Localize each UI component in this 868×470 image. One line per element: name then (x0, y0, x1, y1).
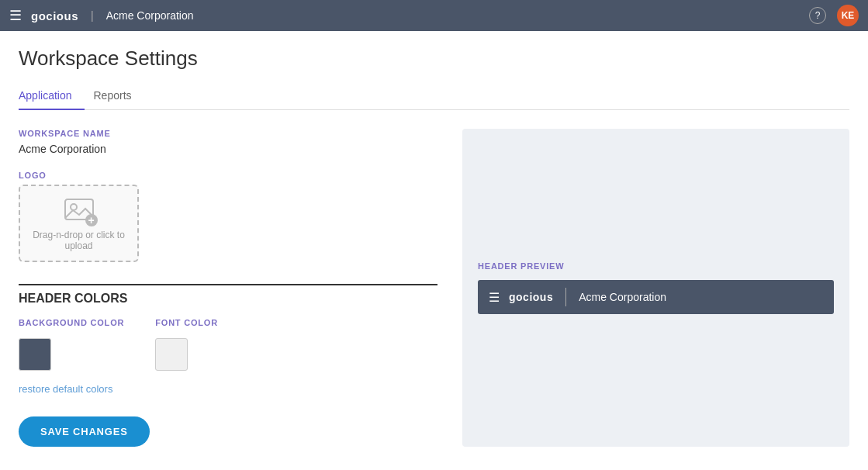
colors-row: BACKGROUND COLOR FONT COLOR (19, 318, 437, 371)
bg-color-swatch[interactable] (19, 338, 51, 371)
page-container: Workspace Settings Application Reports W… (0, 31, 868, 447)
user-avatar[interactable]: KE (837, 5, 859, 26)
topbar-logo: gocious (31, 9, 78, 22)
preview-hamburger-icon: ☰ (489, 290, 500, 305)
preview-label: HEADER PREVIEW (478, 261, 834, 271)
font-color-field: FONT COLOR (155, 318, 218, 371)
restore-defaults-link[interactable]: restore default colors (19, 383, 437, 395)
topbar: ☰ gocious | Acme Corporation ? KE (0, 0, 868, 31)
preview-logo-text: gocious (509, 291, 553, 303)
font-color-label: FONT COLOR (155, 318, 218, 327)
topbar-divider: | (91, 9, 94, 22)
font-color-swatch[interactable] (155, 338, 188, 371)
logo-section: LOGO + Drag-n-drop or click to upload (19, 171, 437, 262)
logo-upload-text: Drag-n-drop or click to upload (20, 230, 137, 251)
logo-upload-box[interactable]: + Drag-n-drop or click to upload (19, 185, 139, 262)
svg-point-1 (71, 204, 77, 210)
tab-reports[interactable]: Reports (91, 83, 144, 109)
upload-plus-icon: + (85, 214, 98, 226)
logo-label: LOGO (19, 171, 437, 180)
topbar-right: ? KE (809, 5, 859, 26)
topbar-company: Acme Corporation (106, 9, 194, 22)
preview-divider (565, 288, 566, 306)
tab-application[interactable]: Application (19, 83, 85, 109)
bg-color-label: BACKGROUND COLOR (19, 318, 124, 327)
tabs: Application Reports (19, 83, 849, 110)
left-panel: WORKSPACE NAME Acme Corporation LOGO + D… (19, 129, 437, 447)
header-colors-title: HEADER COLORS (19, 284, 437, 306)
page-title: Workspace Settings (19, 47, 849, 71)
main-content: WORKSPACE NAME Acme Corporation LOGO + D… (19, 129, 849, 447)
help-button[interactable]: ? (809, 7, 826, 24)
workspace-name-value: Acme Corporation (19, 143, 437, 155)
header-preview-bar: ☰ gocious Acme Corporation (478, 280, 834, 314)
preview-company-text: Acme Corporation (579, 291, 666, 303)
hamburger-icon[interactable]: ☰ (9, 7, 22, 24)
upload-icon-wrap: + (64, 196, 95, 225)
topbar-left: ☰ gocious | Acme Corporation (9, 7, 193, 24)
right-panel: HEADER PREVIEW ☰ gocious Acme Corporatio… (462, 129, 849, 447)
background-color-field: BACKGROUND COLOR (19, 318, 124, 371)
save-changes-button[interactable]: SAVE CHANGES (19, 416, 150, 447)
workspace-name-label: WORKSPACE NAME (19, 129, 437, 138)
